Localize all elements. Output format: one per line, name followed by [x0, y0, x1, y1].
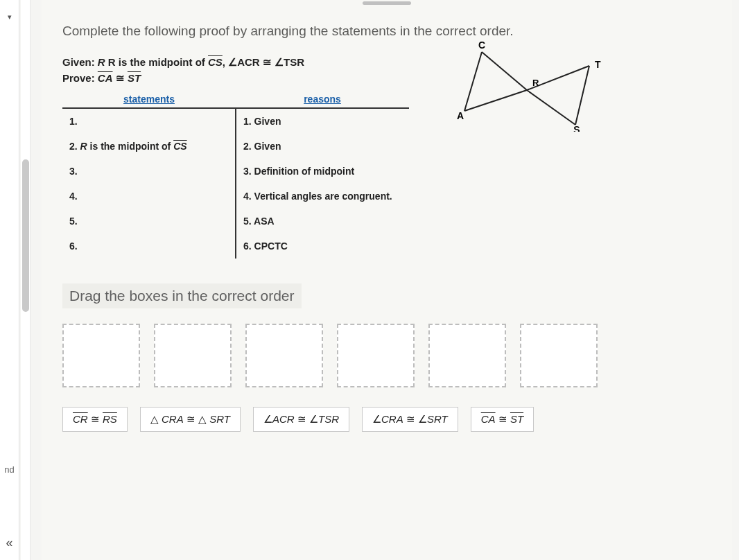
label-r: R — [532, 78, 539, 88]
header-statements: statements — [62, 91, 236, 107]
label-a: A — [457, 110, 464, 121]
table-row: 3. 3. Definition of midpoint — [62, 159, 409, 184]
congruent-symbol: ≅ — [263, 56, 272, 68]
segment-cs: CS — [208, 56, 223, 68]
table-row: 6. 6. CPCTC — [62, 234, 409, 259]
row-num: 3. — [69, 166, 78, 177]
instruction-text: Complete the following proof by arrangin… — [62, 24, 711, 39]
prove-label: Prove: — [62, 72, 95, 84]
reason-text: ASA — [254, 216, 275, 227]
svg-line-5 — [575, 66, 589, 125]
tri: CRA — [162, 413, 184, 425]
drop-slot[interactable] — [245, 324, 323, 387]
header-reasons: reasons — [236, 91, 409, 107]
ang: ACR — [272, 413, 295, 425]
reason-text: Definition of midpoint — [254, 166, 355, 177]
tile-tri-cra-srt[interactable]: CRA ≅ SRT — [140, 407, 241, 432]
row-num: 6. — [69, 240, 78, 252]
given-label: Given: — [62, 56, 95, 68]
drop-slot[interactable] — [337, 324, 415, 387]
congruent-symbol-2: ≅ — [116, 72, 125, 84]
ang: SRT — [427, 413, 448, 425]
drag-instruction: Drag the boxes in the correct order — [62, 283, 302, 308]
svg-line-0 — [464, 52, 482, 111]
row-num: 4. — [69, 191, 78, 202]
drop-slot[interactable] — [428, 324, 506, 387]
table-row: 4. 4. Vertical angles are congruent. — [62, 184, 409, 209]
tri: SRT — [209, 413, 230, 425]
angle-acr: ∠ACR — [228, 56, 260, 68]
table-row: 1. 1. Given — [62, 109, 409, 134]
reason-num: 6. — [243, 240, 252, 252]
angle-icon — [309, 413, 318, 425]
tiles-row: CR ≅ RS CRA ≅ SRT ACR ≅ TSR CRA ≅ SRT CA… — [62, 407, 711, 432]
scrollbar-thumb[interactable] — [22, 159, 29, 312]
reason-num: 2. — [243, 141, 252, 152]
reason-num: 4. — [243, 191, 252, 202]
angle-icon — [263, 413, 272, 425]
tile-ang-acr-tsr[interactable]: ACR ≅ TSR — [253, 407, 349, 432]
proof-table: statements reasons 1. 1. Given 2. R is t… — [62, 91, 409, 259]
reason-num: 1. — [243, 116, 252, 127]
seg: ST — [510, 413, 523, 425]
caret-down-icon[interactable]: ▾ — [8, 12, 12, 21]
geometry-figure: C A R T S — [451, 42, 610, 132]
segment-ca: CA — [98, 72, 113, 84]
triangle-icon — [198, 413, 209, 425]
angle-icon — [418, 413, 427, 425]
reason-text: CPCTC — [254, 240, 288, 252]
angle-icon — [372, 413, 381, 425]
drop-slot[interactable] — [520, 324, 598, 387]
seg: CR — [73, 413, 88, 425]
reason-num: 5. — [243, 216, 252, 227]
drop-slot[interactable] — [62, 324, 140, 387]
segment-st: ST — [128, 72, 141, 84]
drop-slot[interactable] — [154, 324, 232, 387]
drag-handle-icon[interactable] — [363, 1, 411, 5]
label-t: T — [595, 59, 601, 70]
reason-num: 3. — [243, 166, 252, 177]
nd-label: nd — [4, 464, 14, 475]
row-num: 1. — [69, 116, 78, 127]
given-text: R is the midpoint of — [108, 56, 208, 68]
scrollbar[interactable] — [21, 0, 31, 560]
reason-text: Vertical angles are congruent. — [254, 191, 392, 202]
table-row: 5. 5. ASA — [62, 209, 409, 234]
triangle-icon — [150, 413, 162, 425]
tile-ca-st[interactable]: CA ≅ ST — [471, 407, 534, 432]
drop-zone-row — [62, 324, 711, 387]
seg: RS — [103, 413, 117, 425]
main-content: Complete the following proof by arrangin… — [42, 0, 732, 560]
label-s: S — [573, 124, 580, 132]
ang: CRA — [381, 413, 403, 425]
chevron-left-icon[interactable]: « — [6, 536, 12, 550]
svg-line-2 — [482, 52, 527, 90]
given-line: Given: R R is the midpoint of CS, ∠ACR ≅… — [62, 54, 423, 70]
reason-text: Given — [254, 116, 281, 127]
ang: TSR — [318, 413, 339, 425]
row-num: 5. — [69, 216, 78, 227]
reason-text: Given — [254, 141, 281, 152]
row-num: 2. — [69, 141, 78, 152]
angle-tsr: ∠TSR — [275, 56, 304, 68]
svg-line-1 — [464, 90, 527, 111]
seg: CA — [481, 413, 496, 425]
tile-ang-cra-srt[interactable]: CRA ≅ SRT — [362, 407, 458, 432]
tile-cr-rs[interactable]: CR ≅ RS — [62, 407, 128, 432]
svg-line-4 — [527, 90, 575, 125]
left-sidebar: ▾ nd « — [0, 0, 19, 560]
prove-line: Prove: CA ≅ ST — [62, 70, 423, 86]
label-c: C — [478, 42, 485, 51]
segment: CS — [173, 141, 186, 152]
table-row: 2. R is the midpoint of CS 2. Given — [62, 134, 409, 159]
